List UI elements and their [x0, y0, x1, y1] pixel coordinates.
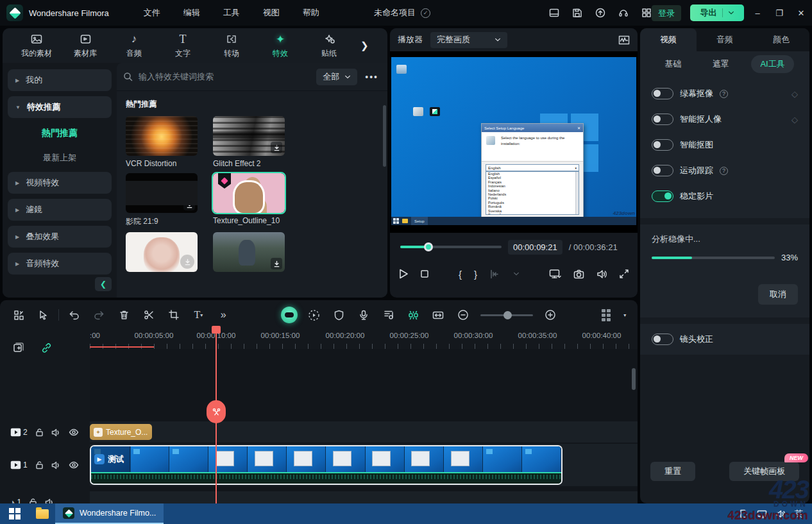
video-preview[interactable]: Select Setup Language ✕ Select the langu… — [390, 51, 638, 233]
select-tool-icon[interactable] — [31, 305, 56, 325]
effect-card-texture-outline[interactable]: Texture_Outline_10 — [213, 173, 285, 227]
lock-icon[interactable] — [35, 428, 44, 437]
effect-card-vcr[interactable]: VCR Distortion — [126, 116, 198, 168]
cancel-button[interactable]: 取消 — [758, 284, 798, 305]
keyframe-panel-button[interactable]: 关键帧画板 NEW — [729, 462, 799, 481]
media-tabs-expand-chevron[interactable]: ❯ — [360, 40, 369, 51]
minimize-button[interactable]: – — [747, 0, 768, 26]
menu-edit[interactable]: 编辑 — [174, 4, 209, 22]
reset-button[interactable]: 重置 — [650, 462, 695, 481]
effect-card-cinema[interactable]: 影院 21:9 — [126, 173, 198, 227]
menu-file[interactable]: 文件 — [135, 4, 169, 22]
delete-button[interactable] — [112, 305, 137, 325]
login-button[interactable]: 登录 — [652, 5, 681, 21]
sidebar-item-audio-effects[interactable]: ▶ 音頻特效 — [8, 253, 112, 275]
support-headset-icon[interactable] — [618, 8, 629, 18]
ime-indicator[interactable]: 英 — [795, 508, 803, 520]
timeline-zoom-slider[interactable] — [480, 314, 532, 316]
download-icon[interactable] — [183, 199, 195, 210]
trim-chevron-icon[interactable] — [513, 271, 520, 277]
mark-in-button[interactable]: { — [459, 269, 462, 280]
publish-icon[interactable] — [595, 8, 605, 18]
greenscreen-toggle[interactable] — [652, 88, 673, 99]
tab-stock-library[interactable]: 素材库 — [63, 32, 108, 59]
mute-icon[interactable] — [51, 461, 61, 469]
subtab-mask[interactable]: 遮罩 — [704, 55, 738, 73]
timeline-vscrollbar[interactable] — [632, 368, 636, 390]
sidebar-item-newest[interactable]: 最新上架 — [8, 148, 112, 168]
file-explorer-button[interactable] — [30, 503, 55, 524]
timeline-ruler[interactable]: :00:00 00:00:05:00 00:00:10:00 00:00:15:… — [90, 330, 638, 349]
play-button[interactable] — [399, 269, 408, 279]
mute-icon[interactable] — [45, 498, 55, 504]
motion-preview-button[interactable] — [301, 305, 326, 325]
keyframe-diamond-icon[interactable]: ◇ — [791, 115, 798, 124]
taskbar-filmora-button[interactable]: Wondershare Filmo... — [55, 503, 164, 524]
seek-knob[interactable] — [424, 242, 433, 251]
mirror-display-button[interactable] — [549, 269, 561, 279]
effects-scrollbar[interactable] — [383, 105, 386, 167]
fullscreen-button[interactable] — [620, 269, 629, 278]
mark-out-button[interactable]: } — [474, 269, 477, 280]
clip-texture-overlay[interactable]: ✦ Texture_O... — [90, 424, 152, 440]
sidebar-item-filters[interactable]: ▶ 濾鏡 — [8, 199, 112, 221]
effect-thumbnail[interactable] — [213, 116, 285, 156]
apps-grid-icon[interactable] — [641, 8, 652, 18]
sidebar-item-video-effects[interactable]: ▶ 視頻特效 — [8, 172, 112, 194]
effect-thumbnail[interactable] — [126, 232, 198, 272]
tab-transitions[interactable]: 转场 — [209, 32, 254, 59]
zoom-in-button[interactable] — [538, 305, 563, 325]
download-icon[interactable] — [180, 255, 194, 269]
subtab-basic[interactable]: 基础 — [656, 55, 690, 73]
record-voiceover-button[interactable] — [351, 305, 376, 325]
tab-stickers[interactable]: 贴纸 — [307, 32, 351, 59]
download-icon[interactable] — [271, 142, 282, 153]
effects-search-input[interactable]: 输入特效关键词搜索 — [123, 71, 311, 83]
playhead-marker[interactable] — [212, 326, 221, 334]
snapshot-camera-button[interactable] — [573, 269, 584, 279]
sidebar-item-recommended[interactable]: ▼ 特效推薦 — [8, 96, 112, 118]
system-tray[interactable]: 英 — [740, 508, 812, 520]
effect-card-portrait[interactable] — [126, 232, 198, 272]
eye-icon[interactable] — [69, 461, 79, 469]
menu-help[interactable]: 帮助 — [294, 4, 328, 22]
playhead-split-button[interactable] — [207, 400, 226, 423]
effect-thumbnail[interactable] — [126, 173, 198, 213]
tab-audio-props[interactable]: 音频 — [697, 28, 753, 51]
tab-text[interactable]: T 文字 — [160, 32, 205, 59]
download-icon[interactable] — [271, 258, 282, 269]
tab-my-media[interactable]: 我的素材 — [14, 32, 59, 59]
undo-button[interactable] — [62, 305, 87, 325]
sidebar-item-hot[interactable]: 熱門推薦 — [8, 123, 112, 144]
tab-audio[interactable]: ♪ 音频 — [112, 32, 156, 59]
save-icon[interactable] — [572, 8, 582, 18]
portrait-cutout-toggle[interactable] — [652, 114, 673, 125]
effect-thumbnail[interactable] — [126, 116, 198, 156]
help-icon[interactable]: ? — [720, 90, 728, 98]
add-track-icon[interactable] — [13, 342, 24, 353]
close-button[interactable]: ✕ — [790, 0, 812, 26]
restore-button[interactable]: ❐ — [768, 0, 790, 26]
motion-tracking-toggle[interactable] — [652, 165, 673, 176]
smart-split-button[interactable] — [401, 305, 426, 325]
seek-bar[interactable] — [400, 246, 502, 248]
effects-filter-dropdown[interactable]: 全部 — [316, 69, 357, 85]
trim-button[interactable] — [489, 269, 501, 279]
lock-icon[interactable] — [29, 498, 37, 503]
smart-cutout-toggle[interactable] — [652, 139, 673, 151]
ai-assistant-button[interactable] — [277, 305, 302, 325]
sidebar-item-overlays[interactable]: ▶ 叠加效果 — [8, 226, 112, 248]
zoom-slider-knob[interactable] — [503, 311, 512, 319]
volume-button[interactable] — [596, 269, 607, 279]
export-button[interactable]: 导出 — [690, 4, 744, 21]
more-tools-button[interactable]: » — [211, 305, 236, 325]
track-height-caret[interactable]: ▾ — [619, 305, 631, 325]
text-tool-button[interactable]: T▾ — [186, 305, 211, 325]
clip-test-video[interactable]: ▶ 测试 — [90, 445, 562, 485]
eye-icon[interactable] — [69, 428, 79, 436]
help-icon[interactable]: ? — [720, 167, 728, 175]
start-button[interactable] — [0, 503, 30, 524]
effect-card-glitch[interactable]: Glitch Effect 2 — [213, 116, 285, 168]
sidebar-item-mine[interactable]: ▶ 我的 — [8, 69, 112, 91]
audio-mixer-button[interactable] — [376, 305, 401, 325]
